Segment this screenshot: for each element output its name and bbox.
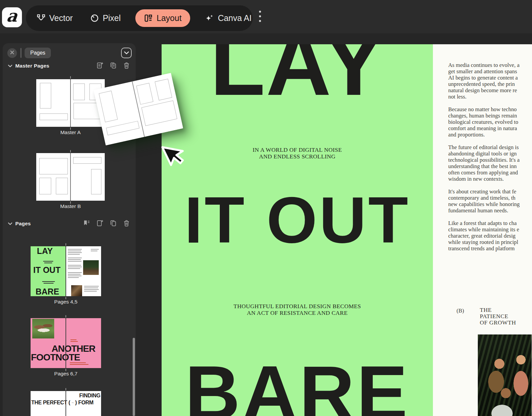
paragraph-line: wisdom in new contexts. — [448, 176, 520, 182]
paragraph: Like a forest that adapts to chaclimates… — [448, 220, 520, 252]
paragraph-line: Because no matter how techno — [448, 106, 520, 112]
trash-icon[interactable] — [123, 62, 130, 71]
spine-tick — [66, 243, 66, 246]
paragraph-line: and proportions. — [448, 131, 520, 138]
paragraph-line: new capabilities while honoring — [448, 201, 520, 207]
panel-tab-pages[interactable]: Pages — [25, 48, 51, 58]
app-window: a Vector Pixel — [0, 0, 532, 416]
tab-canva-ai[interactable]: Canva AI — [202, 9, 254, 27]
footnote-marker: (B) — [457, 308, 464, 314]
paragraph-line: get smaller and attention spans — [448, 68, 520, 75]
caption-digital-noise[interactable]: IN A WORLD OF DIGITAL NOISE AND ENDLESS … — [162, 147, 433, 160]
spine-tick — [70, 150, 71, 152]
pages-89-item[interactable]: FINDING THE PERFECT ( ~ ) FORM — [3, 391, 132, 416]
headline-it-out[interactable]: IT OUT — [185, 188, 410, 253]
panel-close-button[interactable] — [7, 48, 17, 58]
duplicate-icon[interactable] — [109, 219, 117, 228]
insert-pages-icon[interactable] — [82, 219, 90, 228]
tab-label: Canva AI — [218, 13, 251, 23]
paragraph-line: character, great editorial desig — [448, 233, 520, 239]
section-chevron-icon[interactable] — [8, 221, 12, 227]
master-b-item[interactable]: Master B — [4, 153, 136, 209]
spine-tick — [66, 315, 66, 317]
affinity-a-glyph: a — [6, 8, 18, 24]
paragraph-line: understanding that the best inn — [448, 163, 520, 169]
caption-line: IN A WORLD OF DIGITAL NOISE — [162, 147, 433, 153]
panel-header: Pages — [7, 47, 132, 59]
spine-tick — [70, 201, 71, 204]
paragraph-line: while staying rooted in principl — [448, 239, 520, 245]
paragraph-line: natural design become more re — [448, 87, 520, 94]
paragraph-line: The future of editorial design is — [448, 144, 520, 150]
add-page-icon[interactable] — [96, 62, 104, 71]
paragraph-line: unprecedented speed, the prin — [448, 81, 520, 87]
tab-vector[interactable]: Vector — [34, 9, 75, 27]
topbar: a Vector Pixel — [0, 0, 532, 33]
thumb-word: ) FORM — [75, 400, 93, 405]
document-page-left[interactable]: LAY IN A WORLD OF DIGITAL NOISE AND ENDL… — [162, 44, 433, 416]
spine-tick — [66, 388, 66, 390]
panel-collapse-button[interactable] — [121, 48, 132, 58]
thumbnail-label: Pages 6,7 — [54, 371, 77, 377]
photo-group-night[interactable] — [478, 334, 532, 416]
thumb-photo-group — [71, 285, 82, 296]
headline-bare[interactable]: BARE — [185, 355, 410, 416]
thumb-page — [36, 79, 70, 127]
section-title: Pages — [15, 221, 31, 227]
paragraph-line: climates while maintaining its e — [448, 226, 520, 233]
tab-label: Layout — [157, 13, 182, 23]
master-pages-section-header: Master Pages — [8, 61, 130, 71]
trash-icon[interactable] — [123, 219, 130, 228]
app-logo[interactable]: a — [2, 7, 22, 27]
thumb-word: IT OUT — [33, 266, 61, 274]
paragraph: It's about creating work that fecontempo… — [448, 188, 520, 214]
section-heading[interactable]: THE PATIENCE OF GROWTH — [480, 307, 516, 326]
pages-67-item[interactable]: ANOTHER FOOTNOTE Pages 6,7 — [3, 318, 132, 377]
pages-89-thumbnail[interactable]: FINDING THE PERFECT ( ~ ) FORM — [31, 391, 101, 416]
add-page-icon[interactable] — [96, 219, 104, 228]
thumb-page-green: LAY IT OUT BARE — [31, 246, 66, 296]
pages-section-header: Pages — [8, 219, 130, 228]
panel-divider — [20, 48, 22, 58]
pages-45-thumbnail[interactable]: LAY IT OUT BARE — [31, 246, 101, 296]
headline-lay[interactable]: LAY — [210, 44, 384, 109]
thumb-page — [70, 153, 105, 201]
thumb-photo-tree — [83, 260, 99, 275]
overflow-menu-button[interactable] — [254, 10, 266, 24]
tab-label: Pixel — [103, 13, 121, 23]
section-chevron-icon[interactable] — [8, 63, 12, 69]
caption-line: THOUGHTFUL EDITORIAL DESIGN BECOMES — [162, 303, 433, 310]
paragraph-line: not less. — [448, 94, 520, 100]
spine-tick — [70, 127, 71, 130]
pages-45-item[interactable]: LAY IT OUT BARE — [3, 246, 132, 305]
thumb-photo-grass — [32, 319, 54, 338]
paragraph-line: AI begins to generate content a — [448, 75, 520, 81]
heading-line: THE — [480, 307, 516, 313]
thumbnail-label: Master A — [60, 129, 80, 135]
spine-tick — [70, 76, 71, 79]
spine-tick — [66, 297, 66, 299]
tab-layout[interactable]: Layout — [135, 9, 190, 27]
spread-spine — [66, 246, 66, 296]
document-page-right[interactable]: As media continues to evolve, aget small… — [433, 44, 532, 416]
master-a-thumbnail[interactable] — [36, 79, 105, 127]
spread-spine — [70, 79, 71, 127]
heading-line: OF GROWTH — [480, 319, 516, 326]
duplicate-icon[interactable] — [109, 62, 117, 71]
tab-pixel[interactable]: Pixel — [87, 9, 123, 27]
layout-icon — [144, 14, 153, 23]
master-b-thumbnail[interactable] — [36, 153, 105, 201]
paragraph-line: It's about creating work that fe — [448, 188, 520, 195]
caption-resistance[interactable]: THOUGHTFUL EDITORIAL DESIGN BECOMES AN A… — [162, 303, 433, 316]
spine-tick — [66, 369, 66, 371]
paragraph: As media continues to evolve, aget small… — [448, 62, 520, 100]
vector-icon — [37, 14, 46, 23]
panel-scrollbar[interactable] — [133, 338, 135, 416]
heading-line: PATIENCE — [480, 313, 516, 319]
paragraph: Because no matter how technochanges, hum… — [448, 106, 520, 138]
pages-67-thumbnail[interactable]: ANOTHER FOOTNOTE — [31, 318, 101, 368]
paragraph-line: As media continues to evolve, a — [448, 62, 520, 68]
paragraph-line: abandoning digital tools or ign — [448, 150, 520, 157]
body-text-column[interactable]: As media continues to evolve, aget small… — [448, 62, 520, 252]
close-icon — [10, 50, 14, 56]
